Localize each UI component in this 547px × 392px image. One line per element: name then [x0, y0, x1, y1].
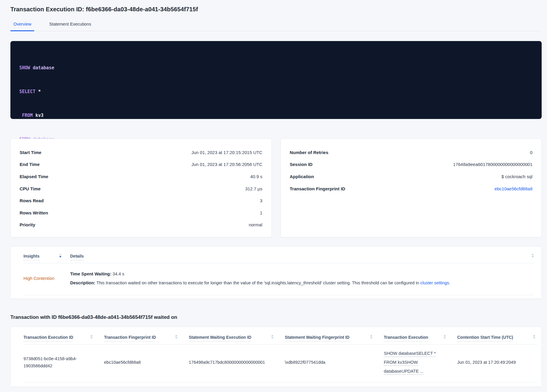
sort-icon[interactable] [444, 335, 446, 339]
detail-row-session-id: Session ID17648a9eea60178000000000000000… [290, 159, 533, 171]
cell-stmt-waiting-execution-id: 176498a9c717bdc80000000000000001 [189, 359, 285, 366]
detail-row-rows-read: Rows Read3 [20, 195, 263, 207]
detail-row-elapsed-time: Elapsed Time40.9 s [20, 170, 263, 183]
column-header-stmt-waiting-execution-id[interactable]: Statement Waiting Execution ID [189, 335, 285, 341]
details-column-header: Details [62, 254, 534, 260]
sort-icon[interactable] [175, 335, 177, 339]
column-header-txn-execution-id[interactable]: Transaction Execution ID [23, 335, 104, 341]
detail-row-rows-written: Rows Written1 [20, 207, 263, 219]
details-column-label[interactable]: Details [70, 254, 84, 260]
transaction-fingerprint-link[interactable]: ebc10ae56cfd88a8 [494, 186, 532, 191]
insights-table-header: Insights Details [23, 247, 534, 263]
waited-on-heading: Transaction with ID f6be6366-da03-48de-a… [10, 314, 542, 320]
insights-column-header: Insights [23, 254, 62, 260]
sql-statements-box: SHOW database SELECT * FROM kv3 SHOW dat… [10, 41, 542, 119]
insight-details: Time Spent Waiting: 34.4 s Description: … [62, 269, 534, 287]
time-spent-waiting: Time Spent Waiting: 34.4 s [70, 269, 534, 278]
sql-line: SHOW database [19, 64, 533, 72]
insights-column-label[interactable]: Insights [23, 254, 40, 260]
session-summary-card: Number of Retries0 Session ID17648a9eea6… [281, 139, 542, 237]
column-header-contention-start[interactable]: Contention Start Time (UTC) [457, 335, 538, 341]
insight-description: Description: This transaction waited on … [70, 278, 534, 287]
page-title: Transaction Execution ID: f6be6366-da03-… [10, 6, 542, 13]
sort-icon[interactable] [532, 254, 534, 258]
waited-table-header: Transaction Execution ID Transaction Fin… [23, 327, 538, 345]
cluster-settings-link[interactable]: cluster settings [420, 280, 449, 285]
column-header-stmt-waiting-fingerprint-id[interactable]: Statement Waiting Fingerprint ID [285, 335, 384, 341]
table-row: 9738d051-bc0e-4158-a9b4-1903586ddd42 ebc… [23, 345, 538, 382]
detail-row-start-time: Start TimeJun 01, 2023 at 17:20:15:2015 … [20, 146, 263, 159]
insights-table-card: Insights Details High Contention Time Sp… [10, 246, 542, 299]
detail-row-cpu-time: CPU Time312.7 µs [20, 183, 263, 195]
cell-txn-fingerprint-id: ebc10ae56cfd88a8 [104, 359, 189, 366]
transaction-execution-link[interactable]: SHOW databaseSELECT * FROM kv3SHOW datab… [384, 349, 437, 376]
sort-icon[interactable] [533, 335, 535, 339]
detail-row-application: Application$ cockroach sql [290, 170, 533, 183]
tab-bar: Overview Statement Executions [10, 22, 542, 31]
detail-row-priority: Prioritynormal [20, 219, 263, 231]
insight-row: High Contention Time Spent Waiting: 34.4… [23, 263, 534, 295]
cell-txn-execution-id: 9738d051-bc0e-4158-a9b4-1903586ddd42 [23, 355, 104, 369]
column-header-txn-execution[interactable]: Transaction Execution [384, 335, 457, 341]
sort-icon[interactable] [90, 335, 93, 339]
tab-overview[interactable]: Overview [10, 22, 34, 31]
sql-line: FROM kv3 [19, 112, 533, 120]
sort-icon[interactable] [59, 254, 62, 258]
detail-row-txn-fingerprint: Transaction Fingerprint IDebc10ae56cfd88… [290, 183, 533, 195]
sort-icon[interactable] [370, 335, 372, 339]
waited-on-table-card: Transaction Execution ID Transaction Fin… [10, 327, 542, 387]
sql-line: SELECT * [19, 88, 533, 96]
tab-statement-executions[interactable]: Statement Executions [46, 22, 94, 31]
column-header-txn-fingerprint-id[interactable]: Transaction Fingerprint ID [104, 335, 189, 341]
sort-icon[interactable] [271, 335, 274, 339]
summary-cards-row: Start TimeJun 01, 2023 at 17:20:15:2015 … [10, 139, 542, 237]
cell-txn-execution: SHOW databaseSELECT * FROM kv3SHOW datab… [384, 349, 457, 376]
detail-row-retries: Number of Retries0 [290, 146, 533, 159]
cell-contention-start: Jun 01, 2023 at 17:20:49:2049 [457, 359, 538, 366]
cell-stmt-waiting-fingerprint-id: \xdb8922f077541dda [285, 359, 384, 366]
detail-row-end-time: End TimeJun 01, 2023 at 17:20:56:2056 UT… [20, 159, 263, 171]
insight-badge: High Contention [23, 269, 62, 287]
transaction-details-page: Transaction Execution ID: f6be6366-da03-… [0, 0, 547, 387]
timing-summary-card: Start TimeJun 01, 2023 at 17:20:15:2015 … [10, 139, 272, 237]
